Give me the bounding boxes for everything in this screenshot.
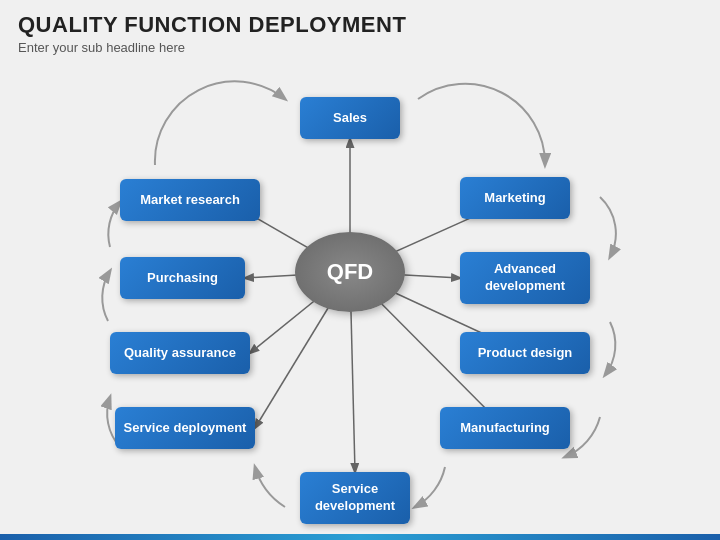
diagram-area: QFD SalesMarketingAdvanced developmentPr… [0, 57, 720, 517]
box-sales[interactable]: Sales [300, 97, 400, 139]
page-subtitle: Enter your sub headline here [18, 40, 702, 55]
box-marketing[interactable]: Marketing [460, 177, 570, 219]
qfd-center: QFD [295, 232, 405, 312]
page-title: QUALITY FUNCTION DEPLOYMENT [18, 12, 702, 38]
header: QUALITY FUNCTION DEPLOYMENT Enter your s… [0, 0, 720, 57]
box-advanced-development[interactable]: Advanced development [460, 252, 590, 304]
box-manufacturing[interactable]: Manufacturing [440, 407, 570, 449]
box-service-development[interactable]: Service development [300, 472, 410, 524]
bottom-bar [0, 534, 720, 540]
box-service-deployment[interactable]: Service deployment [115, 407, 255, 449]
box-product-design[interactable]: Product design [460, 332, 590, 374]
box-purchasing[interactable]: Purchasing [120, 257, 245, 299]
box-market-research[interactable]: Market research [120, 179, 260, 221]
box-quality-assurance[interactable]: Quality assurance [110, 332, 250, 374]
